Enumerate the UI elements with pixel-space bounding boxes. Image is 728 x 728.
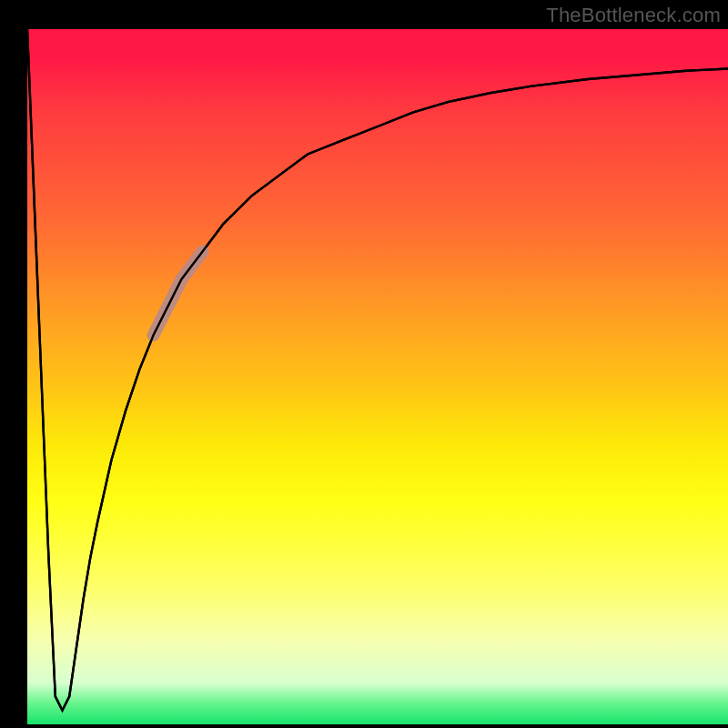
plot-area — [27, 29, 728, 724]
main-curve — [27, 29, 728, 711]
curve-svg — [27, 29, 728, 724]
watermark-text: TheBottleneck.com — [546, 4, 721, 27]
chart-frame: TheBottleneck.com — [0, 0, 728, 728]
main-curve-overlay — [27, 29, 728, 711]
